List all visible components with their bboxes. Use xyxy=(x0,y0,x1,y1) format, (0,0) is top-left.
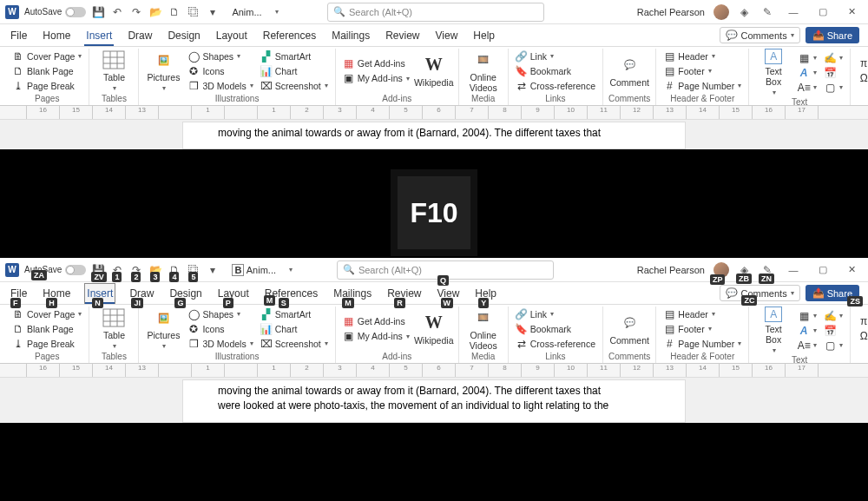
shapes-button[interactable]: ◯Shapes▾ xyxy=(186,307,254,321)
bookmark-button[interactable]: 🔖Bookmark xyxy=(514,64,597,78)
footer-button[interactable]: ▤Footer▾ xyxy=(661,64,743,78)
diamond-icon[interactable]: ◈ xyxy=(738,5,752,19)
blank-page-button[interactable]: 🗋Blank Page xyxy=(10,322,83,336)
doc-title[interactable]: Anim... xyxy=(225,7,268,17)
signature-button[interactable]: ✍▾ xyxy=(822,51,845,65)
equation-button[interactable]: πEquation▾ xyxy=(856,314,868,328)
online-videos-button[interactable]: 🎞️Online Videos xyxy=(464,307,503,351)
tab-design[interactable]: DesignG xyxy=(168,284,203,303)
close-icon[interactable]: ✕ xyxy=(842,3,863,21)
toggle-track-icon[interactable] xyxy=(65,7,86,17)
tab-draw[interactable]: Draw xyxy=(126,26,154,45)
3dmodels-button[interactable]: ❒3D Models▾ xyxy=(186,79,254,93)
ruler[interactable]: 1615141311234567891011121314151617 xyxy=(0,106,868,120)
symbol-button[interactable]: ΩSymbol▾ xyxy=(856,329,868,343)
comments-button[interactable]: 💬 Comments ▾ZC xyxy=(720,285,799,301)
pen-icon[interactable]: ✎ xyxy=(760,5,774,19)
copy-icon[interactable]: ⿻5 xyxy=(187,263,201,277)
wikipedia-button[interactable]: WWikipedia xyxy=(415,307,453,351)
undo-icon[interactable]: ↶1 xyxy=(110,263,124,277)
tab-file[interactable]: FileF xyxy=(9,284,29,303)
tab-insert[interactable]: Insert xyxy=(84,26,114,45)
smartart-button[interactable]: ▞SmartArt xyxy=(259,49,330,63)
online-videos-button[interactable]: 🎞️ Online Videos xyxy=(464,49,503,93)
close-icon[interactable]: ✕ xyxy=(842,261,863,279)
share-button[interactable]: 📤 Share xyxy=(806,27,859,43)
dropcap-button[interactable]: A≡▾ xyxy=(796,81,819,95)
folder-open-icon[interactable]: 📂 xyxy=(148,5,162,19)
table-button[interactable]: Table▾ xyxy=(95,307,133,351)
tab-mailings[interactable]: Mailings xyxy=(330,26,372,45)
wikipedia-button[interactable]: W Wikipedia xyxy=(415,49,453,93)
page-break-button[interactable]: ⤓Page Break xyxy=(10,79,83,93)
icons-button[interactable]: ✪Icons xyxy=(186,64,254,78)
tab-references[interactable]: References xyxy=(261,26,318,45)
tab-view[interactable]: ViewW xyxy=(436,284,462,303)
document-page[interactable]: moving the animal towards or away from i… xyxy=(182,379,686,423)
pictures-button[interactable]: 🖼️ Pictures▾ xyxy=(144,49,182,93)
tab-layout[interactable]: Layout xyxy=(214,26,249,45)
tab-home[interactable]: Home xyxy=(41,26,72,45)
user-name[interactable]: Rachel Pearson xyxy=(637,7,705,17)
my-addins-button[interactable]: ▣My Add-ins▾ xyxy=(341,329,411,343)
tab-help[interactable]: HelpY xyxy=(473,284,498,303)
screenshot-button[interactable]: ⌧Screenshot▾ xyxy=(259,79,330,93)
tab-draw[interactable]: DrawJI xyxy=(128,284,155,303)
save-icon[interactable]: 💾 xyxy=(91,5,105,19)
link-button[interactable]: 🔗Link▾ xyxy=(514,49,597,63)
ruler[interactable]: 1615141311234567891011121314151617 xyxy=(0,364,868,378)
new-doc-icon[interactable]: 🗋4 xyxy=(168,263,181,277)
tab-home[interactable]: HomeH xyxy=(41,284,72,303)
qat-dropdown-icon[interactable]: ▾ xyxy=(206,263,220,277)
folder-open-icon[interactable]: 📂3 xyxy=(148,263,162,277)
qat-dropdown-icon[interactable]: ▾ xyxy=(206,5,220,19)
cover-page-button[interactable]: 🗎Cover Page▾ xyxy=(10,307,83,321)
3dmodels-button[interactable]: ❒3D Models▾ xyxy=(186,337,254,351)
shapes-button[interactable]: ◯Shapes▾ xyxy=(186,49,254,63)
search-box[interactable]: 🔍 Search (Alt+Q) xyxy=(327,3,544,22)
smartart-button[interactable]: ▞SmartArtM xyxy=(259,307,330,321)
header-button[interactable]: ▤Header▾ xyxy=(661,307,743,321)
comments-button[interactable]: 💬 Comments ▾ xyxy=(720,27,799,43)
bookmark-button[interactable]: 🔖Bookmark xyxy=(514,322,597,336)
cover-page-button[interactable]: 🗎Cover Page▾ xyxy=(10,49,83,63)
comment-button[interactable]: 💬Comment xyxy=(610,307,648,351)
diamond-icon[interactable]: ◈ZB xyxy=(738,263,752,277)
comment-button[interactable]: 💬 Comment xyxy=(610,49,648,93)
equation-button[interactable]: πEquation▾ xyxy=(856,56,868,70)
tab-layout[interactable]: LayoutP xyxy=(216,284,251,303)
tab-insert[interactable]: InsertN xyxy=(84,283,115,304)
save-icon[interactable]: 💾ZV xyxy=(91,263,105,277)
datetime-button[interactable]: 📅 xyxy=(822,66,845,80)
xref-button[interactable]: ⇄Cross-reference xyxy=(514,79,597,93)
footer-button[interactable]: ▤Footer▾ xyxy=(661,322,743,336)
doc-title-dropdown-icon[interactable]: ▾ xyxy=(274,8,279,16)
minimize-icon[interactable]: — xyxy=(783,3,804,21)
page-break-button[interactable]: ⤓Page Break xyxy=(10,337,83,351)
maximize-icon[interactable]: ▢ xyxy=(812,261,833,279)
redo-icon[interactable]: ↷ xyxy=(129,5,143,19)
tab-review[interactable]: Review xyxy=(384,26,421,45)
object-button[interactable]: ▢▾ xyxy=(822,81,845,95)
pictures-button[interactable]: 🖼️Pictures▾ xyxy=(144,307,182,351)
header-button[interactable]: ▤Header▾ xyxy=(661,49,743,63)
pagenumber-button[interactable]: #Page Number▾ xyxy=(661,79,743,93)
maximize-icon[interactable]: ▢ xyxy=(812,3,833,21)
tab-help[interactable]: Help xyxy=(471,26,496,45)
autosave-toggle[interactable]: AutoSave ZA xyxy=(24,265,86,275)
textbox-button[interactable]: AText Box▾ xyxy=(754,307,792,354)
new-doc-icon[interactable]: 🗋 xyxy=(168,5,181,19)
symbol-button[interactable]: ΩSymbol▾ xyxy=(856,71,868,85)
document-page[interactable]: moving the animal towards or away from i… xyxy=(182,122,686,149)
my-addins-button[interactable]: ▣My Add-ins▾ xyxy=(341,71,411,85)
blank-page-button[interactable]: 🗋Blank Page xyxy=(10,64,83,78)
get-addins-button[interactable]: ▦Get Add-ins xyxy=(341,56,411,70)
chart-button[interactable]: 📊Chart xyxy=(259,64,330,78)
table-button[interactable]: Table▾ xyxy=(95,49,133,93)
doc-title[interactable]: B Anim... xyxy=(225,265,283,275)
xref-button[interactable]: ⇄Cross-reference xyxy=(514,337,597,351)
tab-mailings[interactable]: MailingsM xyxy=(332,284,373,303)
avatar[interactable]: ZP xyxy=(713,262,729,278)
link-button[interactable]: 🔗Link▾ xyxy=(514,307,597,321)
autosave-toggle[interactable]: AutoSave xyxy=(24,7,86,17)
